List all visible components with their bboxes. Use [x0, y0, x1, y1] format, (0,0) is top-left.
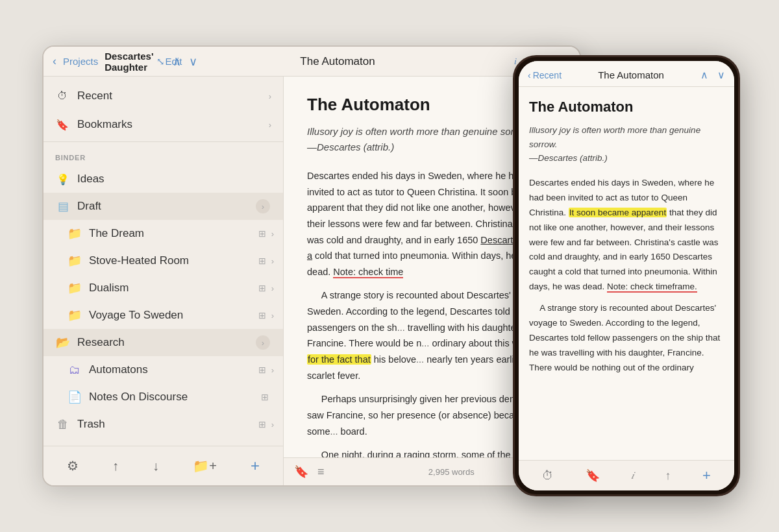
note-check-timeframe: Note: check time — [333, 267, 403, 278]
draft-label: Draft — [77, 200, 256, 213]
share-icon[interactable]: ↑ — [107, 456, 124, 476]
folder-blue-icon: 📁 — [67, 253, 82, 269]
tablet-device: ‹ Projects Descartes' Daughter Edit ⤡ ∧ … — [42, 45, 581, 487]
resize-icon[interactable]: ⤡ — [156, 56, 165, 67]
up-arrow-icon[interactable]: ∧ — [173, 54, 181, 69]
sidebar: ⏱ Recent › 🔖 Bookmarks › BINDER 💡 Ideas — [43, 77, 284, 485]
sidebar-footer: ⚙ ↑ ↓ 📁+ + — [43, 446, 283, 485]
folder-add-icon[interactable]: 📁+ — [188, 455, 222, 476]
sidebar-item-recent[interactable]: ⏱ Recent › — [43, 82, 283, 110]
sidebar-item-voyage-to-sweden[interactable]: 📁 Voyage To Sweden ⊞ › — [43, 302, 283, 329]
sidebar-item-automatons[interactable]: 🗂 Automatons ⊞ › — [43, 356, 283, 383]
toolbar-left: ‹ Projects Descartes' Daughter Edit — [53, 51, 156, 73]
phone-info-icon[interactable]: 𝑖 — [631, 470, 634, 481]
recent-label: Recent — [77, 90, 269, 103]
phone-document-text: Descartes ended his days in Sweden, wher… — [529, 176, 724, 382]
chevron-right-icon: › — [269, 120, 271, 130]
folder-blue-icon: 📁 — [67, 226, 82, 241]
sidebar-item-stove-heated-room[interactable]: 📁 Stove-Heated Room ⊞ › — [43, 247, 283, 274]
research-disclosure-icon[interactable]: › — [256, 335, 270, 350]
bookmark-icon: 🔖 — [55, 117, 69, 132]
grid-icon[interactable]: ⊞ — [258, 228, 266, 239]
phone-up-arrow-icon[interactable]: ∧ — [700, 69, 708, 81]
phone-doc-title: The Automaton — [598, 69, 664, 80]
toolbar-nav: ⤡ ∧ ∨ — [156, 54, 208, 69]
folder-img-icon: 🗂 — [67, 362, 82, 378]
sidebar-item-draft[interactable]: ▤ Draft › — [43, 193, 283, 220]
chevron-right-icon: › — [269, 91, 271, 101]
settings-icon[interactable]: ⚙ — [62, 455, 84, 476]
research-label: Research — [77, 336, 256, 349]
grid-icon[interactable]: ⊞ — [258, 256, 266, 266]
notes-on-discourse-label: Notes On Discourse — [89, 391, 261, 404]
phone-note-check-timeframe: Note: check timeframe. — [607, 282, 697, 293]
stove-heated-room-label: Stove-Heated Room — [89, 254, 258, 267]
grid-icon[interactable]: ⊞ — [258, 310, 266, 320]
sidebar-nav: ⏱ Recent › 🔖 Bookmarks › — [43, 77, 283, 139]
phone-paragraph-1: Descartes ended his days in Sweden, wher… — [529, 176, 724, 295]
down-arrow-icon[interactable]: ∨ — [189, 54, 197, 69]
phone-device: ‹ Recent The Automaton ∧ ∨ The Automaton… — [513, 55, 740, 496]
phone-footer: ⏱ 🔖 𝑖 ↑ + — [519, 460, 734, 490]
sidebar-item-bookmarks[interactable]: 🔖 Bookmarks › — [43, 110, 283, 139]
phone-share-icon[interactable]: ↑ — [665, 469, 671, 483]
list-icon[interactable]: ≡ — [317, 465, 325, 479]
chevron-right-icon: › — [271, 229, 274, 239]
phone-inner: ‹ Recent The Automaton ∧ ∨ The Automaton… — [519, 61, 734, 490]
grid-icon[interactable]: ⊞ — [261, 392, 269, 402]
draft-disclosure-icon[interactable]: › — [256, 199, 270, 213]
bookmarks-label: Bookmarks — [77, 118, 269, 131]
folder-doc-icon: 📄 — [67, 389, 82, 405]
phone-clock-icon[interactable]: ⏱ — [542, 469, 554, 483]
binder-section-header: BINDER — [43, 145, 283, 165]
dualism-label: Dualism — [89, 282, 258, 295]
chevron-right-icon: › — [271, 256, 274, 266]
grid-icon[interactable]: ⊞ — [258, 365, 266, 375]
chevron-right-icon: › — [271, 311, 274, 320]
phone-bookmark-icon[interactable]: 🔖 — [586, 468, 600, 483]
clock-icon: ⏱ — [55, 89, 69, 103]
bookmark-footer-icon[interactable]: 🔖 — [294, 465, 308, 479]
phone-add-icon[interactable]: + — [702, 467, 711, 484]
chevron-right-icon: › — [271, 365, 274, 375]
folder-blue-icon: 📁 — [67, 308, 82, 323]
folder-orange-icon: 📂 — [55, 335, 71, 350]
lightbulb-icon: 💡 — [55, 171, 71, 187]
sidebar-item-ideas[interactable]: 💡 Ideas — [43, 165, 283, 193]
sidebar-item-research[interactable]: 📂 Research › — [43, 329, 283, 356]
phone-epigraph: Illusory joy is often worth more than ge… — [529, 123, 724, 165]
trash-icon: 🗑 — [55, 417, 71, 432]
back-label: Recent — [533, 70, 562, 80]
phone-nav-arrows: ∧ ∨ — [700, 69, 725, 81]
phone-paragraph-2: A strange story is recounted about Desca… — [529, 301, 724, 376]
phone-epigraph-line1: Illusory joy is often worth more than ge… — [529, 125, 700, 149]
epigraph-line2: —Descartes (attrib.) — [307, 141, 394, 152]
epigraph-line1: Illusory joy is often worth more than ge… — [307, 126, 532, 137]
sidebar-item-notes-on-discourse[interactable]: 📄 Notes On Discourse ⊞ — [43, 383, 283, 411]
grid-icon[interactable]: ⊞ — [258, 419, 266, 429]
sidebar-item-trash[interactable]: 🗑 Trash ⊞ › — [43, 411, 283, 438]
grid-icon[interactable]: ⊞ — [258, 283, 266, 293]
trash-label: Trash — [77, 418, 258, 431]
draft-icon: ▤ — [55, 199, 71, 214]
toolbar-title: The Automaton — [208, 55, 467, 68]
automatons-label: Automatons — [89, 363, 258, 376]
phone-content: The Automaton Illusory joy is often wort… — [519, 87, 734, 460]
projects-back-label[interactable]: Projects — [63, 56, 98, 67]
sidebar-item-dualism[interactable]: 📁 Dualism ⊞ › — [43, 274, 283, 302]
phone-epigraph-line2: —Descartes (attrib.) — [529, 153, 608, 163]
phone-back-nav[interactable]: ‹ Recent — [528, 70, 562, 80]
phone-down-arrow-icon[interactable]: ∨ — [717, 69, 725, 81]
add-icon[interactable]: + — [245, 454, 265, 478]
ideas-label: Ideas — [77, 173, 274, 186]
phone-toolbar: ‹ Recent The Automaton ∧ ∨ — [519, 61, 734, 87]
phone-highlight-1: It soon became apparent — [569, 208, 667, 217]
back-chevron-icon[interactable]: ‹ — [53, 54, 56, 68]
chevron-right-icon: › — [271, 284, 274, 293]
highlighted-text: for the fact that — [307, 354, 371, 365]
download-icon[interactable]: ↓ — [147, 456, 164, 476]
sidebar-item-the-dream[interactable]: 📁 The Dream ⊞ › — [43, 220, 283, 247]
the-dream-label: The Dream — [89, 227, 258, 240]
folder-blue-icon: 📁 — [67, 280, 82, 296]
tablet-toolbar: ‹ Projects Descartes' Daughter Edit ⤡ ∧ … — [43, 47, 580, 77]
